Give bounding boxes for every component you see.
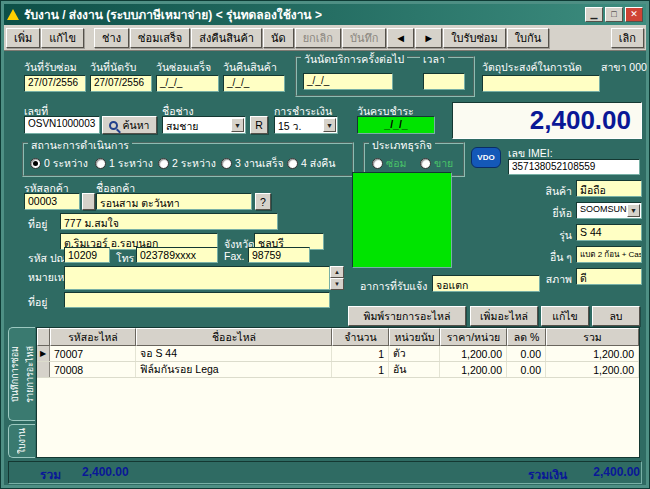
- title-bar[interactable]: รับงาน / ส่งงาน (ระบบภาษีเหมาจ่าย) < รุ่…: [4, 4, 646, 25]
- tab-work-order[interactable]: ใบงาน: [8, 424, 35, 458]
- header-unit: หน่วยนับ: [389, 328, 440, 346]
- radio-icon: [221, 158, 232, 169]
- table-row[interactable]: ▶ 70007 จอ S 44 1 ตัว 1,200.00 0.00 1,20…: [37, 346, 639, 362]
- app-window: รับงาน / ส่งงาน (ระบบภาษีเหมาจ่าย) < รุ่…: [0, 0, 650, 489]
- parts-table-header: รหัสอะไหล่ ชื่ออะไหล่ จำนวน หน่วยนับ ราค…: [37, 328, 639, 346]
- radio-icon: [95, 158, 106, 169]
- row-selector-arrow-icon: ▶: [37, 346, 50, 361]
- customer-help-button[interactable]: ?: [255, 193, 271, 210]
- close-button[interactable]: ✕: [625, 7, 643, 22]
- dropdown-arrow-icon[interactable]: ▼: [323, 118, 336, 132]
- delete-part-button[interactable]: ลบ: [592, 306, 640, 326]
- maximize-button[interactable]: □: [605, 7, 623, 22]
- doc-no-field[interactable]: OSVN1000003: [24, 116, 100, 134]
- tab-parts-label: รายการอะไหล่: [23, 346, 37, 403]
- customer-lookup-button[interactable]: [82, 193, 95, 210]
- technician-button[interactable]: ช่าง: [94, 28, 129, 48]
- r-button[interactable]: R: [250, 116, 268, 134]
- business-radio-repair[interactable]: ซ่อม: [372, 155, 406, 172]
- brand-label: ยี่ห้อ: [528, 205, 572, 222]
- cell-qty: 1: [332, 362, 389, 377]
- status-radio-3[interactable]: 3 งานเสร็จ: [221, 155, 284, 172]
- dropdown-arrow-icon[interactable]: ▼: [627, 204, 640, 217]
- technician-combo-value: สมชาย: [166, 120, 199, 132]
- total-value: 2,400.00: [82, 465, 129, 479]
- other-label: อื่น ๆ: [528, 249, 572, 266]
- note-field[interactable]: [64, 266, 330, 290]
- edit-part-button[interactable]: แก้ไข: [541, 306, 589, 326]
- cell-qty: 1: [332, 346, 389, 361]
- table-row[interactable]: 70008 ฟิล์มกันรอย Lega 1 อัน 1,200.00 0.…: [37, 362, 639, 378]
- search-button[interactable]: ค้นหา: [102, 116, 157, 134]
- spinner-up-icon[interactable]: ▲: [330, 266, 344, 278]
- minimize-button[interactable]: ▁: [585, 7, 603, 22]
- symptom-label: อาการที่รับแจ้ง: [360, 278, 427, 295]
- status-radio-1[interactable]: 1 ระหว่าง: [95, 155, 153, 172]
- header-part-name: ชื่ออะไหล่: [136, 328, 332, 346]
- return-item-button[interactable]: ส่งคืนสินค้า: [191, 28, 262, 48]
- date-appointment-field[interactable]: 27/07/2556: [90, 75, 152, 92]
- repair-done-button[interactable]: ซ่อมเสร็จ: [130, 28, 190, 48]
- customer-code-field[interactable]: 00003: [24, 193, 80, 210]
- time-field[interactable]: [423, 73, 465, 90]
- row-selector: [37, 362, 50, 377]
- address3-field[interactable]: [64, 292, 330, 308]
- cell-unit: อัน: [389, 362, 440, 377]
- status-radio-4[interactable]: 4 ส่งคืน: [287, 155, 336, 172]
- header-selector: [37, 328, 50, 346]
- brand-combo[interactable]: SOOMSUNG ▼: [576, 202, 642, 219]
- add-button[interactable]: เพิ่ม: [6, 28, 40, 48]
- cell-part-code: 70008: [50, 362, 136, 377]
- cell-price: 1,200.00: [440, 346, 507, 361]
- next-service-date-field[interactable]: _/_/_: [303, 73, 393, 90]
- business-radio-sale-label: ขาย: [434, 155, 453, 172]
- cancel-button[interactable]: ยกเลิก: [295, 28, 341, 48]
- appointment-button[interactable]: นัด: [263, 28, 294, 48]
- add-part-button[interactable]: เพิ่มอะไหล่: [470, 306, 538, 326]
- vdo-icon[interactable]: VDO: [471, 147, 501, 168]
- date-returned-field[interactable]: _/_/_: [223, 75, 285, 92]
- date-received-label: วันที่รับซ่อม: [24, 59, 77, 76]
- app-icon: [7, 9, 19, 20]
- window-title: รับงาน / ส่งงาน (ระบบภาษีเหมาจ่าย) < รุ่…: [24, 5, 580, 24]
- date-finished-field[interactable]: _/_/_: [156, 75, 219, 92]
- prev-record-button[interactable]: ◄: [387, 28, 414, 48]
- condition-field[interactable]: ดี: [576, 268, 642, 285]
- technician-combo[interactable]: สมชาย ▼: [162, 116, 246, 134]
- imei-field[interactable]: 357138052108559: [508, 159, 640, 175]
- date-received-field[interactable]: 27/07/2556: [24, 75, 86, 92]
- business-radio-sale[interactable]: ขาย: [420, 155, 453, 172]
- purpose-field[interactable]: [482, 75, 600, 92]
- cell-part-code: 70007: [50, 346, 136, 361]
- repair-slip-button[interactable]: ใบรับซ่อม: [443, 28, 506, 48]
- tab-repair-parts[interactable]: บันทึกการซ่อม รายการอะไหล่: [8, 327, 35, 421]
- header-part-code: รหัสอะไหล่: [50, 328, 136, 346]
- second-slip-button[interactable]: ใบกัน: [507, 28, 550, 48]
- status-radio-4-label: 4 ส่งคืน: [301, 155, 336, 172]
- fax-field[interactable]: 98759: [248, 247, 310, 263]
- time-label: เวลา: [420, 51, 448, 68]
- symptom-field[interactable]: จอแตก: [432, 275, 540, 292]
- postal-field[interactable]: 10209: [64, 247, 110, 263]
- address-field[interactable]: 777 ม.สมใจ: [60, 213, 278, 230]
- next-record-button[interactable]: ►: [415, 28, 442, 48]
- exit-button[interactable]: เลิก: [611, 28, 644, 48]
- product-field[interactable]: มือถือ: [576, 180, 642, 197]
- edit-button[interactable]: แก้ไข: [41, 28, 84, 48]
- print-parts-button[interactable]: พิมพ์รายการอะไหล่: [348, 306, 466, 326]
- other-field[interactable]: แบต 2 ก้อน + Case: [576, 246, 642, 263]
- spinner-down-icon[interactable]: ▼: [330, 278, 344, 290]
- status-radio-2[interactable]: 2 ระหว่าง: [158, 155, 216, 172]
- customer-name-field[interactable]: รอนสาม ตะวันทา: [96, 193, 252, 210]
- radio-icon: [287, 158, 298, 169]
- payment-combo[interactable]: 15 ว. ▼: [274, 116, 338, 134]
- phone-field[interactable]: 023789xxxx: [136, 247, 218, 263]
- dropdown-arrow-icon[interactable]: ▼: [231, 118, 244, 132]
- save-button[interactable]: บันทึก: [342, 28, 386, 48]
- model-field[interactable]: S 44: [576, 224, 642, 241]
- payment-combo-value: 15 ว.: [278, 120, 301, 132]
- status-radio-0[interactable]: 0 ระหว่าง: [30, 155, 88, 172]
- due-date-field[interactable]: _/_/_: [357, 116, 435, 134]
- grand-total-label: รวมเงิน: [528, 465, 567, 484]
- search-button-label: ค้นหา: [122, 117, 149, 134]
